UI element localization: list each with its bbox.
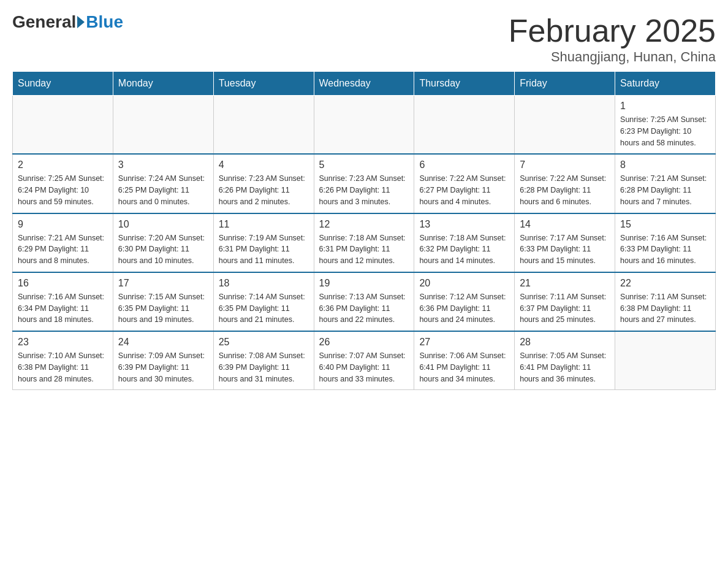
day-cell: 18Sunrise: 7:14 AM Sunset: 6:35 PM Dayli… (213, 272, 314, 331)
day-cell: 11Sunrise: 7:19 AM Sunset: 6:31 PM Dayli… (213, 213, 314, 272)
day-cell: 2Sunrise: 7:25 AM Sunset: 6:24 PM Daylig… (13, 154, 113, 213)
day-cell: 9Sunrise: 7:21 AM Sunset: 6:29 PM Daylig… (13, 213, 113, 272)
day-number: 2 (18, 159, 108, 170)
title-area: February 2025 Shuangjiang, Hunan, China (509, 12, 716, 65)
day-info: Sunrise: 7:09 AM Sunset: 6:39 PM Dayligh… (118, 350, 208, 385)
day-info: Sunrise: 7:23 AM Sunset: 6:26 PM Dayligh… (319, 173, 409, 207)
day-cell: 17Sunrise: 7:15 AM Sunset: 6:35 PM Dayli… (113, 272, 213, 331)
day-info: Sunrise: 7:06 AM Sunset: 6:41 PM Dayligh… (419, 350, 509, 385)
day-info: Sunrise: 7:15 AM Sunset: 6:35 PM Dayligh… (118, 291, 208, 326)
weekday-header-wednesday: Wednesday (314, 72, 414, 96)
day-number: 9 (18, 219, 108, 230)
day-cell: 4Sunrise: 7:23 AM Sunset: 6:26 PM Daylig… (213, 154, 314, 213)
day-cell (615, 331, 716, 390)
day-cell: 22Sunrise: 7:11 AM Sunset: 6:38 PM Dayli… (615, 272, 716, 331)
weekday-header-row: SundayMondayTuesdayWednesdayThursdayFrid… (13, 72, 716, 96)
day-cell: 6Sunrise: 7:22 AM Sunset: 6:27 PM Daylig… (414, 154, 515, 213)
day-number: 26 (319, 337, 409, 348)
day-number: 10 (118, 219, 208, 230)
day-number: 12 (319, 219, 409, 230)
day-info: Sunrise: 7:23 AM Sunset: 6:26 PM Dayligh… (219, 173, 309, 207)
day-cell: 28Sunrise: 7:05 AM Sunset: 6:41 PM Dayli… (515, 331, 615, 390)
logo-arrow-icon (77, 16, 85, 28)
day-number: 7 (520, 159, 610, 170)
day-info: Sunrise: 7:16 AM Sunset: 6:34 PM Dayligh… (18, 291, 108, 326)
day-cell (13, 96, 113, 155)
day-cell: 13Sunrise: 7:18 AM Sunset: 6:32 PM Dayli… (414, 213, 515, 272)
day-cell: 23Sunrise: 7:10 AM Sunset: 6:38 PM Dayli… (13, 331, 113, 390)
day-number: 5 (319, 159, 409, 170)
day-number: 1 (620, 101, 710, 112)
day-number: 3 (118, 159, 208, 170)
day-info: Sunrise: 7:12 AM Sunset: 6:36 PM Dayligh… (419, 291, 509, 326)
day-number: 18 (219, 278, 309, 289)
day-cell (314, 96, 414, 155)
day-cell: 12Sunrise: 7:18 AM Sunset: 6:31 PM Dayli… (314, 213, 414, 272)
day-cell: 26Sunrise: 7:07 AM Sunset: 6:40 PM Dayli… (314, 331, 414, 390)
day-info: Sunrise: 7:25 AM Sunset: 6:24 PM Dayligh… (18, 173, 108, 207)
day-cell: 21Sunrise: 7:11 AM Sunset: 6:37 PM Dayli… (515, 272, 615, 331)
day-info: Sunrise: 7:14 AM Sunset: 6:35 PM Dayligh… (219, 291, 309, 326)
day-info: Sunrise: 7:22 AM Sunset: 6:27 PM Dayligh… (419, 173, 509, 207)
day-cell (113, 96, 213, 155)
day-number: 21 (520, 278, 610, 289)
day-cell (213, 96, 314, 155)
day-cell: 24Sunrise: 7:09 AM Sunset: 6:39 PM Dayli… (113, 331, 213, 390)
day-number: 4 (219, 159, 309, 170)
weekday-header-friday: Friday (515, 72, 615, 96)
location-text: Shuangjiang, Hunan, China (509, 49, 716, 65)
day-info: Sunrise: 7:24 AM Sunset: 6:25 PM Dayligh… (118, 173, 208, 207)
logo: General Blue (12, 12, 123, 32)
weekday-header-monday: Monday (113, 72, 213, 96)
day-number: 23 (18, 337, 108, 348)
day-number: 22 (620, 278, 710, 289)
day-number: 15 (620, 219, 710, 230)
day-number: 16 (18, 278, 108, 289)
day-cell: 7Sunrise: 7:22 AM Sunset: 6:28 PM Daylig… (515, 154, 615, 213)
day-number: 11 (219, 219, 309, 230)
day-info: Sunrise: 7:18 AM Sunset: 6:31 PM Dayligh… (319, 232, 409, 267)
day-cell: 27Sunrise: 7:06 AM Sunset: 6:41 PM Dayli… (414, 331, 515, 390)
day-cell: 25Sunrise: 7:08 AM Sunset: 6:39 PM Dayli… (213, 331, 314, 390)
page-header: General Blue February 2025 Shuangjiang, … (12, 12, 716, 65)
weekday-header-tuesday: Tuesday (213, 72, 314, 96)
day-cell: 15Sunrise: 7:16 AM Sunset: 6:33 PM Dayli… (615, 213, 716, 272)
day-info: Sunrise: 7:18 AM Sunset: 6:32 PM Dayligh… (419, 232, 509, 267)
day-cell (414, 96, 515, 155)
day-number: 28 (520, 337, 610, 348)
day-cell (515, 96, 615, 155)
day-info: Sunrise: 7:20 AM Sunset: 6:30 PM Dayligh… (118, 232, 208, 267)
day-info: Sunrise: 7:11 AM Sunset: 6:37 PM Dayligh… (520, 291, 610, 326)
weekday-header-thursday: Thursday (414, 72, 515, 96)
day-number: 20 (419, 278, 509, 289)
day-info: Sunrise: 7:10 AM Sunset: 6:38 PM Dayligh… (18, 350, 108, 385)
day-number: 27 (419, 337, 509, 348)
day-cell: 8Sunrise: 7:21 AM Sunset: 6:28 PM Daylig… (615, 154, 716, 213)
day-number: 13 (419, 219, 509, 230)
logo-general-text: General (12, 12, 76, 32)
day-info: Sunrise: 7:05 AM Sunset: 6:41 PM Dayligh… (520, 350, 610, 385)
logo-blue-text: Blue (86, 12, 123, 32)
day-info: Sunrise: 7:11 AM Sunset: 6:38 PM Dayligh… (620, 291, 710, 326)
day-info: Sunrise: 7:13 AM Sunset: 6:36 PM Dayligh… (319, 291, 409, 326)
day-number: 17 (118, 278, 208, 289)
week-row-5: 23Sunrise: 7:10 AM Sunset: 6:38 PM Dayli… (13, 331, 716, 390)
day-cell: 20Sunrise: 7:12 AM Sunset: 6:36 PM Dayli… (414, 272, 515, 331)
weekday-header-saturday: Saturday (615, 72, 716, 96)
day-cell: 5Sunrise: 7:23 AM Sunset: 6:26 PM Daylig… (314, 154, 414, 213)
day-cell: 3Sunrise: 7:24 AM Sunset: 6:25 PM Daylig… (113, 154, 213, 213)
day-number: 24 (118, 337, 208, 348)
week-row-2: 2Sunrise: 7:25 AM Sunset: 6:24 PM Daylig… (13, 154, 716, 213)
month-title: February 2025 (509, 12, 716, 49)
day-number: 19 (319, 278, 409, 289)
day-info: Sunrise: 7:21 AM Sunset: 6:29 PM Dayligh… (18, 232, 108, 267)
day-info: Sunrise: 7:07 AM Sunset: 6:40 PM Dayligh… (319, 350, 409, 385)
day-info: Sunrise: 7:21 AM Sunset: 6:28 PM Dayligh… (620, 173, 710, 207)
day-number: 14 (520, 219, 610, 230)
day-info: Sunrise: 7:19 AM Sunset: 6:31 PM Dayligh… (219, 232, 309, 267)
weekday-header-sunday: Sunday (13, 72, 113, 96)
day-info: Sunrise: 7:22 AM Sunset: 6:28 PM Dayligh… (520, 173, 610, 207)
day-cell: 14Sunrise: 7:17 AM Sunset: 6:33 PM Dayli… (515, 213, 615, 272)
day-cell: 1Sunrise: 7:25 AM Sunset: 6:23 PM Daylig… (615, 96, 716, 155)
day-cell: 19Sunrise: 7:13 AM Sunset: 6:36 PM Dayli… (314, 272, 414, 331)
